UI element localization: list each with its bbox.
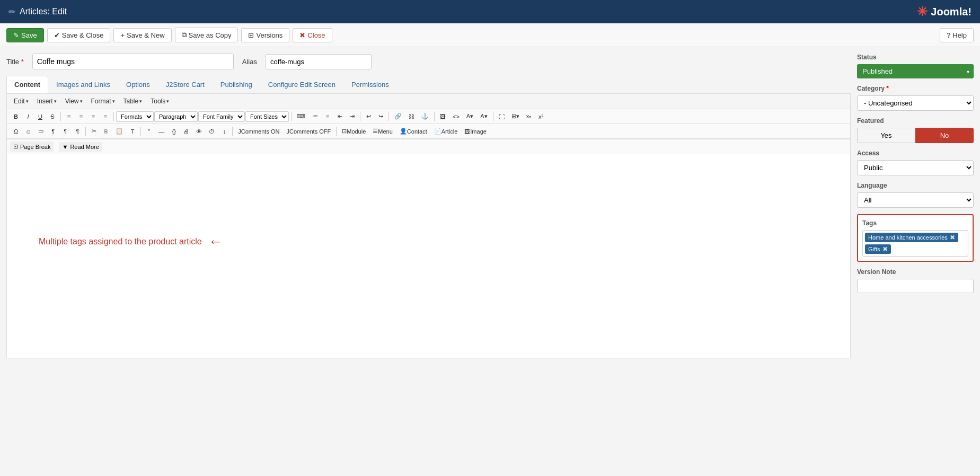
outdent-button[interactable]: ⇤ bbox=[334, 111, 346, 122]
link-button[interactable]: 🔗 bbox=[391, 111, 405, 122]
align-center-button[interactable]: ≡ bbox=[75, 111, 87, 122]
jcomments-off-button[interactable]: JComments OFF bbox=[283, 126, 334, 137]
paste-button[interactable]: 📋 bbox=[112, 126, 126, 137]
tag-home-kitchen-remove[interactable]: ✖ bbox=[950, 234, 955, 241]
anchor-button[interactable]: ⚓ bbox=[418, 111, 432, 122]
tab-j2store-cart[interactable]: J2Store Cart bbox=[158, 76, 213, 93]
close-button[interactable]: ✖ Close bbox=[293, 28, 332, 42]
edit-menu-arrow: ▾ bbox=[26, 99, 29, 104]
font-sizes-select[interactable]: Font Sizes bbox=[245, 111, 289, 122]
version-note-input[interactable] bbox=[857, 279, 974, 293]
save-button[interactable]: ✎ Save bbox=[6, 28, 44, 42]
featured-yes-button[interactable]: Yes bbox=[857, 128, 915, 143]
tab-content[interactable]: Content bbox=[6, 76, 48, 93]
category-wrapper: - Uncategorised bbox=[857, 95, 974, 111]
tag-gifts-remove[interactable]: ✖ bbox=[882, 245, 888, 253]
language-select[interactable]: All bbox=[857, 192, 974, 208]
hr-button[interactable]: — bbox=[155, 126, 167, 137]
codesample-button[interactable]: {} bbox=[168, 126, 180, 137]
subscript-button[interactable]: x₂ bbox=[523, 111, 535, 122]
fullscreen-button[interactable]: ⛶ bbox=[496, 111, 508, 122]
charmap-button[interactable]: ⌨ bbox=[294, 111, 308, 122]
tags-section: Tags Home and kitchen accessories ✖ Gift… bbox=[857, 214, 974, 262]
nonbreaking-button[interactable]: ¶ bbox=[47, 126, 59, 137]
status-select[interactable]: Published Unpublished Archived Trashed bbox=[857, 64, 974, 78]
copy-button[interactable]: ⎘ bbox=[100, 126, 112, 137]
hilitecolor-button[interactable]: A▾ bbox=[477, 111, 490, 122]
tab-images-links[interactable]: Images and Links bbox=[48, 76, 118, 93]
para-ltr-button[interactable]: ¶ bbox=[59, 126, 71, 137]
italic-button[interactable]: I bbox=[22, 111, 34, 122]
tab-configure-edit[interactable]: Configure Edit Screen bbox=[260, 76, 343, 93]
bold-button[interactable]: B bbox=[10, 111, 22, 122]
tags-container[interactable]: Home and kitchen accessories ✖ Gifts ✖ bbox=[862, 230, 968, 257]
jcomments-on-button[interactable]: JComments ON bbox=[235, 126, 282, 137]
save-new-button[interactable]: + Save & New bbox=[113, 28, 171, 42]
image-button[interactable]: 🖼 Image bbox=[461, 126, 490, 137]
unlink-button[interactable]: ⛓ bbox=[405, 111, 418, 122]
featured-no-button[interactable]: No bbox=[915, 128, 974, 143]
source-button[interactable]: ↕ bbox=[218, 126, 230, 137]
image-insert-button[interactable]: 🖼 bbox=[437, 111, 449, 122]
redo-button[interactable]: ↪ bbox=[375, 111, 386, 122]
media-button[interactable]: ▭ bbox=[35, 126, 47, 137]
paste-text-button[interactable]: T bbox=[127, 126, 138, 137]
cut-button[interactable]: ✂ bbox=[88, 126, 100, 137]
help-button[interactable]: ? Help bbox=[940, 28, 974, 42]
align-justify-button[interactable]: ≡ bbox=[100, 111, 111, 122]
indent-button[interactable]: ⇥ bbox=[346, 111, 358, 122]
special-char-button[interactable]: Ω bbox=[10, 126, 22, 137]
tab-options[interactable]: Options bbox=[118, 76, 158, 93]
tab-permissions[interactable]: Permissions bbox=[343, 76, 397, 93]
toolbar-sep-4 bbox=[360, 112, 360, 121]
versions-button[interactable]: ⊞ Versions bbox=[241, 28, 289, 42]
title-input[interactable] bbox=[32, 54, 234, 69]
table-insert-button[interactable]: ⊞▾ bbox=[508, 111, 523, 122]
bullist-button[interactable]: ≔ bbox=[309, 111, 321, 122]
align-left-button[interactable]: ≡ bbox=[63, 111, 75, 122]
read-more-button[interactable]: ▼ Read More bbox=[59, 142, 102, 152]
strikethrough-button[interactable]: S bbox=[47, 111, 58, 122]
save-copy-button[interactable]: ⧉ Save as Copy bbox=[175, 28, 239, 42]
blockquote-button[interactable]: " bbox=[143, 126, 155, 137]
paragraph-select[interactable]: Paragraph bbox=[154, 111, 198, 122]
font-family-select[interactable]: Font Family bbox=[198, 111, 245, 122]
access-label: Access bbox=[857, 149, 974, 157]
joomla-star-icon: ✳ bbox=[917, 4, 928, 19]
align-right-button[interactable]: ≡ bbox=[87, 111, 99, 122]
access-select[interactable]: Public Registered Special bbox=[857, 160, 974, 175]
undo-button[interactable]: ↩ bbox=[363, 111, 374, 122]
menu-edit[interactable]: Edit▾ bbox=[10, 96, 32, 107]
code-button[interactable]: <> bbox=[449, 111, 463, 122]
article-button[interactable]: 📄 Article bbox=[431, 126, 461, 137]
emoticons-button[interactable]: ☺ bbox=[22, 126, 34, 137]
tag-gifts-label: Gifts bbox=[868, 246, 880, 252]
para-rtl-button[interactable]: ¶ bbox=[72, 126, 83, 137]
superscript-button[interactable]: x² bbox=[535, 111, 547, 122]
menu-view[interactable]: View▾ bbox=[61, 96, 86, 107]
timer-button[interactable]: ⏱ bbox=[206, 126, 218, 137]
menu-format[interactable]: Format▾ bbox=[87, 96, 119, 107]
alias-input[interactable] bbox=[266, 54, 372, 69]
menu-table[interactable]: Table▾ bbox=[120, 96, 146, 107]
toolbar-sep-10 bbox=[232, 127, 233, 136]
underline-button[interactable]: U bbox=[34, 111, 46, 122]
editor-body[interactable]: Multiple tags assigned to the product ar… bbox=[7, 154, 850, 339]
category-select[interactable]: - Uncategorised bbox=[857, 95, 974, 111]
module-button[interactable]: ⊡ Module bbox=[339, 126, 369, 137]
menu-insert-button[interactable]: ☰ Menu bbox=[369, 126, 396, 137]
tab-publishing[interactable]: Publishing bbox=[213, 76, 260, 93]
forecolor-button[interactable]: A▾ bbox=[463, 111, 476, 122]
save-close-button[interactable]: ✔ Save & Close bbox=[47, 28, 111, 42]
main-content: Title * Alias Content Images and Links O… bbox=[0, 47, 980, 365]
menu-tools[interactable]: Tools▾ bbox=[147, 96, 173, 107]
page-break-button[interactable]: ⊡ Page Break bbox=[10, 142, 54, 152]
preview-button[interactable]: 👁 bbox=[193, 126, 205, 137]
formats-select[interactable]: Formats bbox=[116, 111, 154, 122]
menu-insert[interactable]: Insert▾ bbox=[33, 96, 60, 107]
version-note-section: Version Note bbox=[857, 268, 974, 293]
print-button[interactable]: 🖨 bbox=[180, 126, 192, 137]
numlist-button[interactable]: ≡ bbox=[322, 111, 333, 122]
contact-button[interactable]: 👤 Contact bbox=[396, 126, 430, 137]
format-menu-arrow: ▾ bbox=[112, 99, 115, 104]
